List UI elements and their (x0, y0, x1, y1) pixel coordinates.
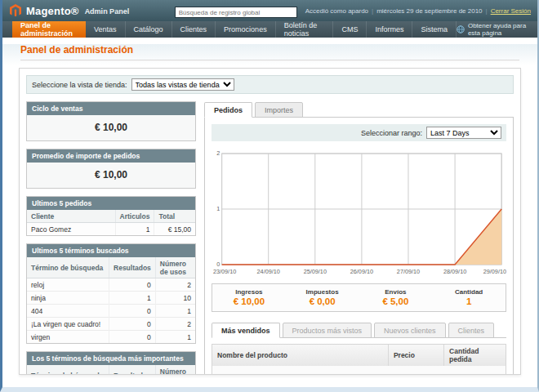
term-cell: ninja (27, 292, 109, 305)
lifetime-sales-title: Ciclo de ventas (27, 102, 195, 115)
nav-item-catalog[interactable]: Catálogo (126, 21, 172, 38)
uses-cell: 1 (155, 331, 195, 344)
term-cell: 404 (27, 305, 109, 318)
brand: Magento® Admin Panel (9, 4, 129, 17)
table-row[interactable]: ¡La virgen que cuadro! 0 2 (27, 318, 195, 331)
tab-customers[interactable]: Clientes (448, 323, 495, 338)
right-column: Pedidos Importes Seleccionar rango: Last… (204, 101, 514, 375)
top-search-card: Los 5 términos de búsqueda más important… (26, 351, 196, 375)
results-cell: 0 (109, 318, 156, 331)
stat-value: € 0,00 (286, 296, 359, 306)
stat-value: 1 (432, 296, 506, 306)
results-cell: 0 (109, 278, 156, 292)
items-cell: 1 (115, 223, 154, 236)
separator: | (372, 7, 373, 15)
uses-cell: 2 (155, 278, 195, 292)
help-link-label: Obtener ayuda para esta página (468, 22, 528, 37)
column-header: Número de usos (155, 257, 195, 278)
table-row[interactable]: virgen 0 1 (27, 331, 195, 344)
svg-text:25/09/10: 25/09/10 (304, 268, 327, 275)
uses-cell: 1 (155, 305, 195, 318)
store-switcher-select[interactable]: Todas las vistas de tienda (131, 78, 234, 91)
help-link[interactable]: Obtener ayuda para esta página (457, 21, 537, 38)
store-switcher-label: Seleccione la vista de tienda: (32, 81, 127, 89)
table-row[interactable]: ninja 1 10 (27, 292, 195, 305)
range-bar: Seleccionar rango: Last 7 Days (212, 124, 506, 141)
customer-cell: Paco Gomez (27, 223, 115, 236)
range-select[interactable]: Last 7 Days (426, 127, 501, 139)
content: Panel de administración Seleccione la vi… (2, 44, 537, 392)
login-info: Accedió como apardo | miércoles 29 de se… (305, 7, 531, 15)
orders-chart: 23/09/1024/09/1025/09/1026/09/1027/09/10… (212, 148, 506, 277)
column-header: Resultados (109, 365, 156, 375)
svg-text:24/09/10: 24/09/10 (257, 268, 280, 275)
nav-item-customers[interactable]: Clientes (172, 21, 216, 38)
dashboard-card: Seleccione la vista de tienda: Todas las… (19, 68, 521, 375)
nav-item-reports[interactable]: Informes (367, 21, 412, 38)
nav-item-promotions[interactable]: Promociones (216, 21, 276, 38)
tab-orders[interactable]: Pedidos (204, 102, 252, 118)
svg-text:0: 0 (216, 261, 220, 268)
last-orders-title: Ultimos 5 pedidos (27, 197, 195, 210)
svg-text:23/09/10: 23/09/10 (213, 268, 236, 275)
left-column: Ciclo de ventas € 10,00 Promedio de impo… (26, 101, 196, 375)
column-header: Término de búsqueda (27, 257, 109, 278)
brand-name: Magento® (26, 5, 79, 17)
nav-item-sales[interactable]: Ventas (86, 21, 126, 38)
svg-text:1: 1 (216, 205, 220, 212)
average-orders-card: Promedio de importe de pedidos € 10,00 (26, 149, 196, 189)
lifetime-sales-card: Ciclo de ventas € 10,00 (26, 101, 196, 141)
uses-cell: 2 (155, 318, 195, 331)
chart-tabs: Pedidos Importes (204, 101, 514, 117)
current-date: miércoles 29 de septiembre de 2010 (376, 7, 482, 15)
last-search-table: Término de búsqueda Resultados Número de… (27, 257, 195, 343)
last-search-card: Ultimos 5 términos buscados Término de b… (26, 243, 196, 344)
column-header: Nombre del producto (212, 345, 388, 366)
global-search-input[interactable] (175, 7, 297, 18)
logged-in-as: Accedió como apardo (305, 7, 368, 15)
store-switcher: Seleccione la vista de tienda: Todas las… (26, 75, 514, 94)
nav-item-cms[interactable]: CMS (333, 21, 367, 38)
column-header: Cliente (27, 210, 115, 223)
stat-label: Ingresos (212, 288, 286, 296)
nav-item-newsletter[interactable]: Boletín de noticias (276, 21, 334, 38)
last-search-title: Ultimos 5 términos buscados (27, 244, 195, 257)
orders-chart-svg: 23/09/1024/09/1025/09/1026/09/1027/09/10… (212, 148, 506, 277)
table-row[interactable]: 404 0 1 (27, 305, 195, 318)
last-orders-card: Ultimos 5 pedidos Cliente Articulos Tota… (26, 196, 196, 236)
column-header: Número de usos (155, 365, 195, 375)
top-header: Magento® Admin Panel Accedió como apardo… (2, 0, 537, 21)
nav-item-system[interactable]: Sistema (412, 21, 457, 38)
table-row[interactable]: reloj 0 2 (27, 278, 195, 292)
svg-text:28/09/10: 28/09/10 (443, 268, 466, 275)
term-cell: reloj (27, 278, 109, 292)
tab-bestsellers[interactable]: Más vendidos (212, 323, 280, 338)
title-divider (20, 60, 519, 60)
column-header: Término de búsqueda (27, 365, 109, 375)
uses-cell: 10 (155, 292, 195, 305)
stat-value: € 10,00 (212, 296, 286, 306)
top-search-table: Término de búsqueda Resultados Número de… (27, 365, 195, 375)
tab-new-customers[interactable]: Nuevos clientes (374, 323, 446, 338)
column-header: Cantidad pedida (444, 345, 506, 366)
top-search-title: Los 5 términos de búsqueda más important… (27, 352, 195, 365)
admin-window: Magento® Admin Panel Accedió como apardo… (0, 0, 539, 392)
average-orders-title: Promedio de importe de pedidos (27, 149, 195, 163)
logout-link[interactable]: Cerrar Sesión (491, 7, 531, 15)
svg-text:26/09/10: 26/09/10 (350, 268, 373, 275)
stat-quantity: Cantidad 1 (432, 288, 506, 306)
tab-most-viewed[interactable]: Productos más vistos (283, 323, 372, 338)
term-cell: virgen (27, 331, 109, 344)
stat-revenue: Ingresos € 10,00 (212, 288, 286, 306)
main-nav: Panel de administración Ventas Catálogo … (2, 21, 537, 38)
brand-suffix: Admin Panel (85, 7, 130, 16)
grid-tabs: Más vendidos Productos más vistos Nuevos… (212, 322, 506, 338)
page-title: Panel de administración (20, 44, 519, 60)
nav-item-dashboard[interactable]: Panel de administración (12, 21, 86, 38)
column-header: Precio (388, 345, 443, 366)
stat-tax: Impuestos € 0,00 (286, 288, 359, 306)
empty-grid-message: No se encontraron registros. (212, 366, 506, 375)
table-row[interactable]: Paco Gomez 1 € 15,00 (27, 223, 195, 236)
stat-label: Cantidad (432, 288, 506, 296)
tab-amounts[interactable]: Importes (255, 102, 303, 118)
